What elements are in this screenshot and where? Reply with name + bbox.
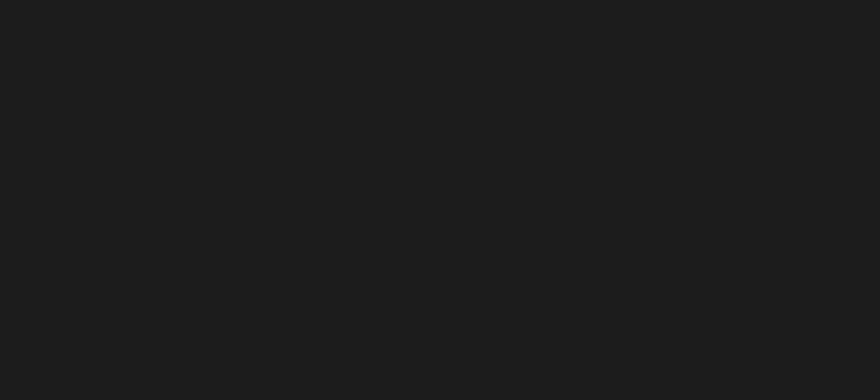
editor-scrollbar-track[interactable] — [203, 0, 203, 392]
edge-layer — [212, 0, 868, 392]
graph-canvas[interactable] — [212, 0, 868, 392]
json-visualizer-app: { "colors": { "editor-bg": "#1c1c1c", "e… — [0, 0, 868, 392]
json-editor-panel[interactable] — [0, 0, 210, 392]
